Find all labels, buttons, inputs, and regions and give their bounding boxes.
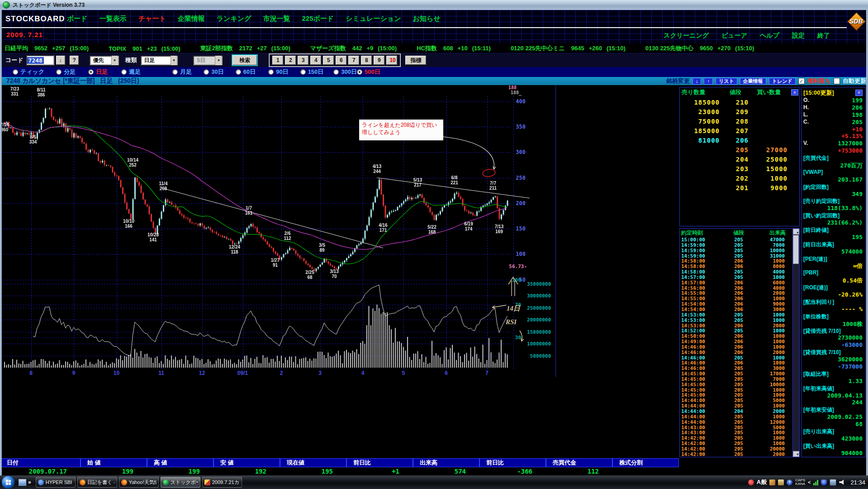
page-number-button[interactable]: 5 bbox=[323, 56, 334, 65]
trade-row: 14:58:002061000 bbox=[680, 258, 793, 264]
corp-info-button[interactable]: 企業情報 bbox=[740, 78, 766, 85]
ime-pad-icon[interactable] bbox=[778, 479, 784, 485]
help-button[interactable]: ? bbox=[70, 56, 79, 65]
menu-item[interactable]: ビューア bbox=[721, 32, 747, 40]
ime-help-icon[interactable]: ? bbox=[787, 479, 792, 485]
start-button[interactable] bbox=[1, 475, 15, 489]
taskbar-button[interactable]: Yahoo!天気情報 - ... bbox=[119, 477, 159, 488]
trade-row: 14:44:002055000 bbox=[680, 398, 793, 403]
price-volume-rsi-chart[interactable] bbox=[1, 85, 556, 377]
symbol-down-button[interactable]: ↓ bbox=[693, 78, 702, 85]
search-button[interactable]: 検索 bbox=[232, 55, 257, 65]
ime-tools-icon[interactable] bbox=[769, 479, 775, 485]
stat-line: L.198 bbox=[803, 111, 863, 119]
radio-icon bbox=[236, 69, 241, 75]
signal-strength-icon[interactable] bbox=[813, 479, 818, 485]
timeframe-radio[interactable]: 日足 bbox=[88, 68, 108, 76]
index-quote: TOPIX901+23(15:00) bbox=[109, 44, 180, 53]
taskbar-button[interactable]: 2009.7.21カルソ... bbox=[202, 477, 242, 488]
trade-row: 14:50:002061000 bbox=[680, 333, 793, 339]
scroll-down-icon[interactable]: ▼ bbox=[793, 451, 799, 457]
windows-taskbar: » HYPER SBI 日記を書く - Mozil... Yahoo!天気情報 … bbox=[0, 475, 868, 489]
menu-item[interactable]: 225ボード bbox=[302, 14, 334, 23]
trade-row: 14:46:002062000 bbox=[680, 350, 793, 355]
quote-stat-lines: O.199 H.206 L.198 C.205 +10 +5.13% V.132… bbox=[803, 97, 863, 457]
timeframe-radio[interactable]: 30日 bbox=[204, 68, 223, 76]
page-number-button[interactable]: 9 bbox=[374, 56, 384, 65]
priority-select[interactable]: 優先▼ bbox=[90, 56, 119, 65]
stat-line: [PER(連)] bbox=[803, 255, 863, 263]
trend-button[interactable]: トレンド bbox=[769, 78, 796, 85]
timeframe-radio[interactable]: 500日 bbox=[357, 68, 380, 76]
page-number-button[interactable]: 8 bbox=[361, 56, 372, 65]
corner-price-label: 188_ bbox=[511, 90, 522, 95]
timeframe-radio[interactable]: ティック bbox=[13, 68, 44, 76]
page-number-group: 12345678910 bbox=[269, 53, 401, 67]
page-number-button[interactable]: 4 bbox=[310, 56, 321, 65]
caps-kana-indicator[interactable]: CAPSKANA bbox=[795, 479, 805, 486]
volume-icon[interactable] bbox=[839, 479, 845, 485]
timeframe-radio[interactable]: 分足 bbox=[56, 68, 76, 76]
window-titlebar[interactable]: ストックボード Version 3.73 bbox=[0, 0, 868, 10]
summary-column-header: 安 値 bbox=[213, 458, 280, 467]
ime-mode-indicator[interactable]: A般 bbox=[757, 478, 767, 486]
menu-item[interactable]: 設定 bbox=[792, 32, 805, 40]
timeframe-radio[interactable]: 150日 bbox=[300, 68, 324, 76]
tray-expand-chevron[interactable]: < bbox=[808, 479, 811, 485]
security-shield-icon[interactable] bbox=[821, 479, 827, 485]
page-number-button[interactable]: 1 bbox=[272, 56, 283, 65]
menu-item[interactable]: ランキング bbox=[217, 14, 251, 23]
menu-item[interactable]: 一覧表示 bbox=[100, 14, 127, 23]
code-spin-button[interactable]: ↓ bbox=[56, 56, 65, 65]
stat-line: 68 bbox=[803, 421, 863, 428]
taskbar-button[interactable]: ストックボード[Ve... bbox=[161, 477, 200, 488]
timeframe-radio[interactable]: 90日 bbox=[268, 68, 288, 76]
time-sales-header: 約定時刻 値段 出来高 bbox=[680, 229, 799, 237]
timeframe-radio[interactable]: 週足 bbox=[121, 68, 141, 76]
close-icon[interactable]: × bbox=[855, 90, 863, 96]
menu-item[interactable]: スクリーニング bbox=[664, 32, 709, 40]
rights-checkbox[interactable]: ✓ bbox=[798, 78, 805, 84]
close-icon[interactable]: × bbox=[791, 89, 798, 96]
page-number-button[interactable]: 7 bbox=[348, 56, 359, 65]
trade-row: 14:45:002051000 bbox=[680, 387, 793, 393]
trade-row: 14:44:002051000 bbox=[680, 403, 793, 408]
stat-line: +5.13% bbox=[803, 133, 863, 140]
taskbar-button[interactable]: 日記を書く - Mozil... bbox=[77, 477, 117, 488]
menu-item[interactable]: シミュレーション bbox=[346, 14, 401, 23]
trade-row: 14:59:0020510000 bbox=[680, 248, 793, 253]
menu-item[interactable]: お知らせ bbox=[413, 14, 441, 23]
menu-item[interactable]: 企業情報 bbox=[178, 14, 205, 23]
page-number-button[interactable]: 10 bbox=[386, 56, 397, 65]
timeframe-radio[interactable]: 60日 bbox=[236, 68, 256, 76]
status-tray-icon[interactable] bbox=[748, 479, 754, 485]
code-input[interactable]: 7248 bbox=[26, 55, 54, 65]
menu-item[interactable]: 終了 bbox=[817, 32, 830, 40]
page-number-button[interactable]: 3 bbox=[298, 56, 308, 65]
scrollbar-thumb[interactable] bbox=[793, 235, 799, 264]
taskbar-button[interactable]: HYPER SBI bbox=[36, 477, 76, 488]
list-button[interactable]: リスト bbox=[716, 78, 737, 85]
page-number-button[interactable]: 6 bbox=[336, 56, 346, 65]
menu-item[interactable]: チャート bbox=[138, 14, 166, 23]
toolbar-expand-chevron[interactable]: » bbox=[28, 479, 31, 485]
menu-item[interactable]: 市況一覧 bbox=[263, 14, 290, 23]
chart-header-bar: 7248 カルソカンセ [*東証一部] 日足 (250日) 銘柄変更 ↓ ↑ リ… bbox=[0, 77, 868, 85]
timeframe-radio[interactable]: 月足 bbox=[172, 68, 192, 76]
timeframe-radio[interactable]: 300日 bbox=[333, 68, 357, 76]
auto-update-checkbox[interactable] bbox=[834, 78, 840, 84]
radio-icon bbox=[357, 69, 362, 75]
symbol-change-label: 銘柄変更 bbox=[666, 77, 690, 85]
scrollbar[interactable]: ▲ ▼ bbox=[792, 229, 799, 457]
page-number-button[interactable]: 2 bbox=[285, 56, 296, 65]
menu-item[interactable]: ボード bbox=[67, 14, 88, 23]
scroll-up-icon[interactable]: ▲ bbox=[793, 229, 799, 235]
order-book-row: 20527000 bbox=[680, 145, 799, 154]
menu-item[interactable]: ヘルプ bbox=[760, 32, 779, 40]
indicator-button[interactable]: 指標 bbox=[405, 56, 426, 65]
symbol-up-button[interactable]: ↑ bbox=[704, 78, 713, 85]
window-frame-right bbox=[866, 10, 868, 475]
network-icon[interactable] bbox=[830, 479, 836, 486]
type-select[interactable]: 日足▼ bbox=[141, 56, 178, 65]
show-desktop-icon[interactable] bbox=[19, 479, 26, 486]
